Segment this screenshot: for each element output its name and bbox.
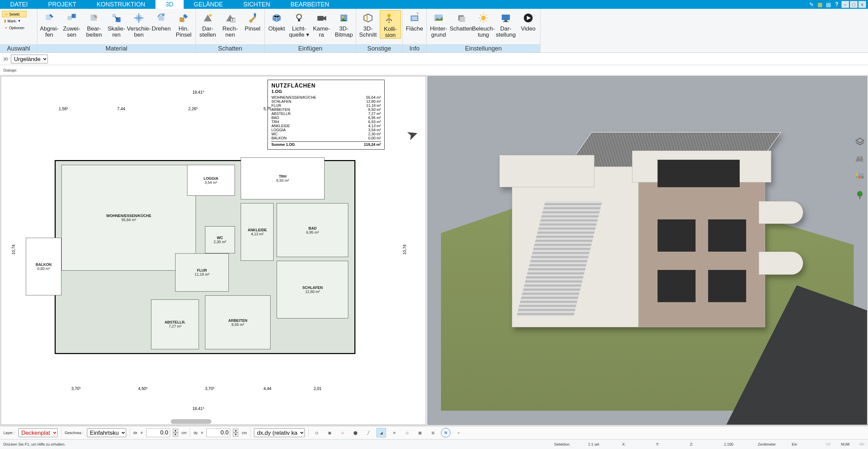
floor-label: Geschoss : — [65, 431, 84, 435]
ribbon-hintergrund-button[interactable]: Hinter- grund — [428, 10, 449, 38]
walk-icon[interactable]: ☺ — [338, 428, 347, 437]
dy-down-button[interactable]: ▼ — [233, 433, 238, 437]
window-minimize-button[interactable]: – — [842, 1, 849, 8]
bottom-toolbar: Layer : Deckenplat Geschoss : Einfahrtsk… — [0, 426, 868, 440]
ribbon-hinpinsel-button[interactable]: Hin. Pinsel — [173, 10, 194, 38]
ribbon-schatten2-button[interactable]: Schatten — [450, 10, 472, 32]
legend-row: WC2,30 m² — [271, 132, 381, 136]
svg-point-16 — [342, 16, 344, 18]
tool-icon[interactable]: ✎ — [808, 1, 815, 8]
snap-icon[interactable]: ◢ — [376, 428, 386, 437]
help-icon[interactable]: ? — [833, 1, 841, 8]
beleuchtung-icon — [476, 11, 491, 25]
menu-tab-projekt[interactable]: PROJEKT — [38, 0, 87, 9]
menu-tab-bearbeiten[interactable]: BEARBEITEN — [280, 0, 339, 9]
furniture-icon[interactable] — [854, 154, 866, 165]
svg-rect-34 — [860, 196, 860, 199]
ribbon-bearbeiten-button[interactable]: Bear- beiten — [84, 10, 105, 38]
window-maximize-button[interactable]: □ — [850, 1, 857, 8]
tree-icon[interactable] — [854, 189, 866, 201]
options-mode-button[interactable]: ＋Optionen — [2, 24, 26, 31]
status-selection: Selektion — [554, 442, 578, 446]
layers-icon[interactable] — [854, 136, 866, 148]
save-icon[interactable]: ▤ — [825, 1, 832, 8]
gift-icon[interactable]: ▦ — [816, 1, 824, 8]
clock-icon[interactable]: ◷ — [312, 428, 321, 437]
record-icon[interactable]: ⬤ — [351, 428, 360, 437]
ribbon-group-label: Sonstige — [356, 44, 402, 53]
ribbon-darstellen-button[interactable]: Dar- stellen — [197, 10, 218, 38]
status-num: NUM — [841, 442, 849, 446]
ribbon-group-label: Material — [37, 44, 196, 53]
svg-rect-17 — [367, 15, 368, 22]
status-x: X: — [622, 442, 646, 446]
legend-row: LOGGIA3,54 m² — [271, 128, 381, 132]
legend-row: WOHNEN/ESSEN/KÜCHE55,64 m² — [271, 95, 381, 99]
layer-select[interactable]: Deckenplat — [18, 428, 58, 437]
terrain-select[interactable]: Urgelände — [11, 55, 48, 63]
ribbon-beleuchtung-button[interactable]: Beleuch- tung — [473, 10, 494, 38]
ribbon-zuweisen-button[interactable]: Zuwei- sen — [61, 10, 82, 38]
mark-mode-button[interactable]: ▮Mark.▾ — [2, 18, 26, 24]
svg-rect-2 — [72, 14, 76, 18]
menu-tab-konstruktion[interactable]: KONSTRUKTION — [87, 0, 155, 9]
dimension-text: 10,74 — [11, 244, 16, 254]
dimension-text: 3,70⁵ — [205, 386, 215, 391]
svg-point-13 — [297, 14, 301, 19]
menu-tab-datei[interactable]: DATEI — [0, 0, 38, 9]
floor-select[interactable]: Einfahrtsku — [87, 428, 126, 437]
camera-icon[interactable]: ▣ — [325, 428, 334, 437]
ribbon-darstellung-button[interactable]: Dar- stellung — [495, 10, 516, 38]
ribbon-group-label: Auswahl — [0, 44, 37, 53]
help-hint: Drücken Sie F1, um Hilfe zu erhalten. — [3, 442, 66, 446]
layers-toggle-icon[interactable]: ≋ — [389, 428, 399, 437]
ribbon-rechnen-button[interactable]: ΣRech- nen — [220, 10, 241, 38]
coord-mode-select[interactable]: dx,dy (relativ ka — [254, 428, 305, 437]
svg-rect-29 — [861, 173, 864, 176]
status-ein: Ein — [792, 442, 816, 446]
ribbon-verschieben-button[interactable]: Verschie- ben — [128, 10, 149, 38]
select-mode-button[interactable]: ▭Selekt — [2, 11, 26, 17]
menu-tab-gelände[interactable]: GELÄNDE — [184, 0, 233, 9]
menu-tab-3d[interactable]: 3D — [155, 0, 184, 9]
plan-view-pane[interactable]: ➤ NUTZFLÄCHEN 1.OG WOHNEN/ESSEN/KÜCHE55,… — [1, 76, 426, 425]
dimension-text: 3,70⁵ — [71, 386, 81, 391]
ribbon-kamera-button[interactable]: Kame- ra — [311, 10, 332, 38]
ribbon-skalieren-button[interactable]: Skalie- ren — [106, 10, 127, 38]
dx-input[interactable] — [146, 428, 170, 437]
plane-icon[interactable]: ◇ — [402, 428, 412, 437]
svg-point-21 — [481, 16, 486, 20]
grid-icon[interactable]: ⊞ — [428, 428, 438, 437]
north-toggle-icon[interactable]: N — [441, 428, 450, 437]
ribbon-abgreifen-button[interactable]: Abgrei- fen — [39, 10, 60, 38]
expand-icon[interactable]: » — [454, 428, 463, 437]
menu-tab-sichten[interactable]: SICHTEN — [233, 0, 280, 9]
ruler-icon[interactable]: ╱ — [364, 428, 373, 437]
ribbon-lichtquelle-button[interactable]: Licht- quelle ▾ — [289, 10, 310, 38]
3d-view-pane[interactable] — [427, 76, 867, 425]
ribbon-kollision-button[interactable]: Kolli- sion — [380, 10, 401, 39]
flaeche-icon: ? — [407, 11, 422, 25]
svg-rect-31 — [858, 176, 861, 178]
ribbon-3dbitmap-button[interactable]: 3D- Bitmap — [333, 10, 354, 38]
dy-input[interactable] — [206, 428, 230, 437]
ribbon-drehen-button[interactable]: Drehen — [151, 10, 172, 32]
status-scale: 1:100 — [724, 442, 748, 446]
svg-rect-12 — [254, 13, 256, 17]
ribbon-video-button[interactable]: Video — [518, 10, 539, 32]
bearbeiten-icon — [87, 11, 101, 25]
dy-up-button[interactable]: ▲ — [233, 429, 238, 433]
3dschnitt-icon — [361, 11, 375, 25]
legend-row: BALKON0,00 m² — [271, 136, 381, 140]
material-palette-icon[interactable] — [854, 172, 866, 183]
horizontal-scrollbar[interactable] — [171, 419, 211, 424]
ribbon-flaeche-button[interactable]: ?Fläche — [404, 10, 425, 32]
box-icon[interactable]: ▦ — [415, 428, 425, 437]
darstellen-icon — [201, 11, 215, 25]
ribbon-3dschnitt-button[interactable]: 3D- Schnitt — [357, 10, 378, 38]
dx-down-button[interactable]: ▼ — [173, 433, 178, 437]
ribbon-objekt-button[interactable]: Objekt — [266, 10, 287, 32]
dx-up-button[interactable]: ▲ — [173, 429, 178, 433]
ribbon-pinsel-button[interactable]: Pinsel — [242, 10, 263, 32]
window-close-button[interactable]: x — [858, 1, 866, 8]
